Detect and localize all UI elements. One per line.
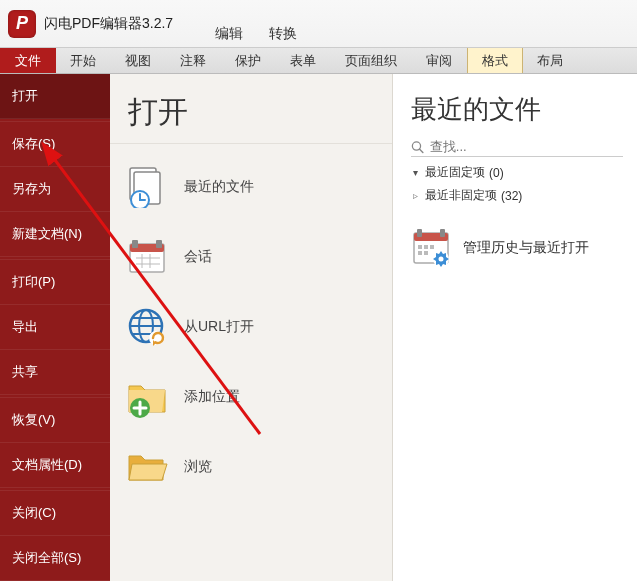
open-panel-title: 打开 bbox=[110, 74, 392, 144]
mode-tabs: 编辑 转换 bbox=[210, 22, 302, 46]
sidebar-item-new-doc[interactable]: 新建文档(N) bbox=[0, 212, 110, 257]
sidebar-item-doc-props[interactable]: 文档属性(D) bbox=[0, 443, 110, 488]
sidebar-item-save[interactable]: 保存(S) bbox=[0, 122, 110, 167]
open-item-from-url[interactable]: 从URL打开 bbox=[110, 292, 392, 362]
svg-rect-25 bbox=[417, 229, 422, 237]
sidebar-item-close-all[interactable]: 关闭全部(S) bbox=[0, 536, 110, 581]
ribbon-tab-start[interactable]: 开始 bbox=[56, 48, 111, 73]
unpinned-row[interactable]: ▹ 最近非固定项 (32) bbox=[411, 184, 623, 207]
calendar-gear-icon bbox=[411, 227, 453, 269]
ribbon: 文件 开始 视图 注释 保护 表单 页面组织 审阅 格式 布局 bbox=[0, 47, 637, 74]
open-item-session[interactable]: 会话 bbox=[110, 222, 392, 292]
recent-panel: 最近的文件 ▾ 最近固定项 (0) ▹ 最近非固定项 (32) bbox=[393, 74, 637, 581]
open-list: 最近的文件 会话 bbox=[110, 144, 392, 510]
svg-line-22 bbox=[420, 149, 423, 152]
open-item-label: 从URL打开 bbox=[184, 318, 254, 336]
mode-tab-convert[interactable]: 转换 bbox=[264, 22, 302, 46]
svg-rect-28 bbox=[424, 245, 428, 249]
ribbon-tab-layout[interactable]: 布局 bbox=[523, 48, 578, 73]
open-item-recent-files[interactable]: 最近的文件 bbox=[110, 152, 392, 222]
pinned-row[interactable]: ▾ 最近固定项 (0) bbox=[411, 161, 623, 184]
session-icon bbox=[126, 236, 168, 278]
open-item-label: 会话 bbox=[184, 248, 212, 266]
ribbon-tab-protect[interactable]: 保护 bbox=[221, 48, 276, 73]
sidebar-item-share[interactable]: 共享 bbox=[0, 350, 110, 395]
svg-rect-29 bbox=[430, 245, 434, 249]
open-panel: 打开 最近的文件 bbox=[110, 74, 393, 581]
main: 打开 保存(S) 另存为 新建文档(N) 打印(P) 导出 共享 恢复(V) 文… bbox=[0, 74, 637, 581]
svg-rect-27 bbox=[418, 245, 422, 249]
pinned-count: (0) bbox=[489, 166, 504, 180]
manage-history-label: 管理历史与最近打开 bbox=[463, 239, 589, 257]
svg-rect-31 bbox=[424, 251, 428, 255]
globe-icon bbox=[126, 306, 168, 348]
app-title: 闪电PDF编辑器3.2.7 bbox=[44, 15, 173, 33]
unpinned-count: (32) bbox=[501, 189, 522, 203]
ribbon-tab-view[interactable]: 视图 bbox=[111, 48, 166, 73]
svg-point-33 bbox=[439, 257, 444, 262]
sidebar-item-restore[interactable]: 恢复(V) bbox=[0, 398, 110, 443]
ribbon-tab-review[interactable]: 审阅 bbox=[412, 48, 467, 73]
mode-tab-edit[interactable]: 编辑 bbox=[210, 22, 248, 46]
sidebar-item-save-as[interactable]: 另存为 bbox=[0, 167, 110, 212]
open-item-label: 添加位置 bbox=[184, 388, 240, 406]
ribbon-tab-form[interactable]: 表单 bbox=[276, 48, 331, 73]
folder-open-icon bbox=[126, 446, 168, 488]
svg-rect-26 bbox=[440, 229, 445, 237]
ribbon-tab-file[interactable]: 文件 bbox=[0, 48, 56, 73]
manage-history-row[interactable]: 管理历史与最近打开 bbox=[411, 227, 623, 269]
folder-plus-icon bbox=[126, 376, 168, 418]
ribbon-tab-page-org[interactable]: 页面组织 bbox=[331, 48, 412, 73]
sidebar-item-export[interactable]: 导出 bbox=[0, 305, 110, 350]
sidebar-item-print[interactable]: 打印(P) bbox=[0, 260, 110, 305]
unpinned-label: 最近非固定项 bbox=[425, 187, 497, 204]
search-row bbox=[411, 139, 623, 157]
search-icon bbox=[411, 140, 424, 154]
titlebar: P 闪电PDF编辑器3.2.7 编辑 转换 bbox=[0, 0, 637, 47]
file-sidebar: 打开 保存(S) 另存为 新建文档(N) 打印(P) 导出 共享 恢复(V) 文… bbox=[0, 74, 110, 581]
open-item-add-location[interactable]: 添加位置 bbox=[110, 362, 392, 432]
svg-rect-6 bbox=[156, 240, 162, 248]
svg-rect-30 bbox=[418, 251, 422, 255]
pinned-label: 最近固定项 bbox=[425, 164, 485, 181]
open-item-label: 最近的文件 bbox=[184, 178, 254, 196]
svg-rect-5 bbox=[132, 240, 138, 248]
ribbon-tab-format[interactable]: 格式 bbox=[467, 48, 523, 73]
open-item-browse[interactable]: 浏览 bbox=[110, 432, 392, 502]
app-icon: P bbox=[8, 10, 36, 38]
sidebar-item-open[interactable]: 打开 bbox=[0, 74, 110, 119]
sidebar-item-close[interactable]: 关闭(C) bbox=[0, 491, 110, 536]
open-item-label: 浏览 bbox=[184, 458, 212, 476]
ribbon-tab-annotate[interactable]: 注释 bbox=[166, 48, 221, 73]
search-input[interactable] bbox=[430, 139, 623, 154]
chevron-right-icon: ▹ bbox=[413, 190, 425, 201]
recent-panel-title: 最近的文件 bbox=[411, 92, 623, 127]
recent-files-icon bbox=[126, 166, 168, 208]
chevron-down-icon: ▾ bbox=[413, 167, 425, 178]
